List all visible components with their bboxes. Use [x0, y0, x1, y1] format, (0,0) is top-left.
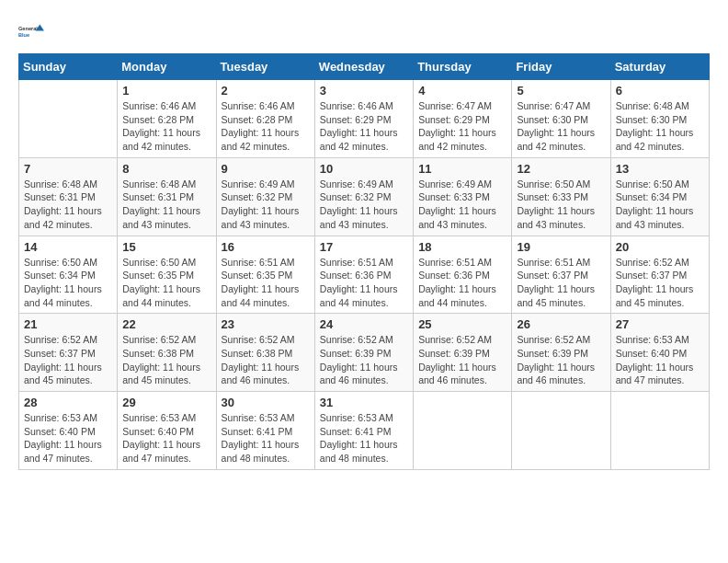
- day-number: 12: [517, 162, 605, 176]
- day-info: Sunrise: 6:46 AMSunset: 6:28 PMDaylight:…: [222, 99, 310, 154]
- day-info: Sunrise: 6:48 AMSunset: 6:30 PMDaylight:…: [616, 99, 704, 154]
- calendar-day-cell: 9Sunrise: 6:49 AMSunset: 6:32 PMDaylight…: [216, 157, 314, 236]
- day-number: 20: [616, 240, 704, 254]
- day-info: Sunrise: 6:46 AMSunset: 6:28 PMDaylight:…: [122, 99, 210, 154]
- calendar-day-cell: 17Sunrise: 6:51 AMSunset: 6:36 PMDayligh…: [314, 236, 413, 314]
- day-info: Sunrise: 6:49 AMSunset: 6:32 PMDaylight:…: [222, 178, 310, 232]
- weekday-header-friday: Friday: [512, 54, 610, 80]
- calendar-day-cell: 2Sunrise: 6:46 AMSunset: 6:28 PMDaylight…: [216, 80, 314, 158]
- day-number: 25: [418, 317, 506, 331]
- calendar-day-cell: 24Sunrise: 6:52 AMSunset: 6:39 PMDayligh…: [314, 314, 413, 392]
- day-number: 29: [122, 396, 210, 409]
- weekday-header-monday: Monday: [118, 54, 216, 80]
- svg-text:General: General: [18, 26, 38, 31]
- day-info: Sunrise: 6:49 AMSunset: 6:32 PMDaylight:…: [320, 178, 408, 232]
- calendar-day-cell: 7Sunrise: 6:48 AMSunset: 6:31 PMDaylight…: [19, 157, 118, 236]
- day-info: Sunrise: 6:51 AMSunset: 6:35 PMDaylight:…: [222, 256, 310, 310]
- calendar-table: SundayMondayTuesdayWednesdayThursdayFrid…: [18, 53, 710, 470]
- calendar-day-cell: 22Sunrise: 6:52 AMSunset: 6:38 PMDayligh…: [118, 314, 216, 392]
- day-info: Sunrise: 6:51 AMSunset: 6:36 PMDaylight:…: [418, 256, 506, 310]
- calendar-day-cell: 26Sunrise: 6:52 AMSunset: 6:39 PMDayligh…: [512, 314, 610, 392]
- day-number: 6: [616, 84, 704, 98]
- day-number: 3: [320, 84, 408, 98]
- calendar-day-cell: [19, 80, 118, 158]
- svg-text:Blue: Blue: [18, 32, 29, 38]
- day-number: 10: [320, 162, 408, 176]
- day-info: Sunrise: 6:51 AMSunset: 6:37 PMDaylight:…: [517, 256, 605, 310]
- calendar-body: 1Sunrise: 6:46 AMSunset: 6:28 PMDaylight…: [19, 80, 710, 470]
- day-number: 14: [24, 240, 112, 254]
- calendar-day-cell: 12Sunrise: 6:50 AMSunset: 6:33 PMDayligh…: [512, 157, 610, 236]
- day-number: 11: [418, 162, 506, 176]
- calendar-day-cell: 4Sunrise: 6:47 AMSunset: 6:29 PMDaylight…: [414, 80, 512, 158]
- day-number: 21: [24, 317, 112, 331]
- day-info: Sunrise: 6:50 AMSunset: 6:34 PMDaylight:…: [24, 256, 112, 310]
- calendar-day-cell: [512, 392, 610, 470]
- calendar-day-cell: 5Sunrise: 6:47 AMSunset: 6:30 PMDaylight…: [512, 80, 610, 158]
- day-info: Sunrise: 6:53 AMSunset: 6:40 PMDaylight:…: [24, 411, 112, 465]
- calendar-day-cell: 27Sunrise: 6:53 AMSunset: 6:40 PMDayligh…: [610, 314, 709, 392]
- day-info: Sunrise: 6:50 AMSunset: 6:35 PMDaylight:…: [122, 256, 210, 310]
- weekday-header-row: SundayMondayTuesdayWednesdayThursdayFrid…: [19, 54, 710, 80]
- day-number: 19: [517, 240, 605, 254]
- calendar-day-cell: 11Sunrise: 6:49 AMSunset: 6:33 PMDayligh…: [414, 157, 512, 236]
- day-number: 22: [122, 317, 210, 331]
- day-number: 4: [418, 84, 506, 98]
- calendar-day-cell: 31Sunrise: 6:53 AMSunset: 6:41 PMDayligh…: [314, 392, 413, 470]
- day-info: Sunrise: 6:49 AMSunset: 6:33 PMDaylight:…: [418, 178, 506, 232]
- day-number: 28: [24, 396, 112, 409]
- calendar-day-cell: 8Sunrise: 6:48 AMSunset: 6:31 PMDaylight…: [118, 157, 216, 236]
- day-number: 7: [24, 162, 112, 176]
- day-number: 5: [517, 84, 605, 98]
- calendar-day-cell: 20Sunrise: 6:52 AMSunset: 6:37 PMDayligh…: [610, 236, 709, 314]
- day-number: 15: [122, 240, 210, 254]
- day-info: Sunrise: 6:51 AMSunset: 6:36 PMDaylight:…: [320, 256, 408, 310]
- day-info: Sunrise: 6:52 AMSunset: 6:39 PMDaylight:…: [320, 333, 408, 387]
- day-info: Sunrise: 6:52 AMSunset: 6:39 PMDaylight:…: [418, 333, 506, 387]
- day-info: Sunrise: 6:52 AMSunset: 6:37 PMDaylight:…: [24, 333, 112, 387]
- day-number: 16: [222, 240, 310, 254]
- calendar-week-row: 21Sunrise: 6:52 AMSunset: 6:37 PMDayligh…: [19, 314, 710, 392]
- calendar-day-cell: 21Sunrise: 6:52 AMSunset: 6:37 PMDayligh…: [19, 314, 118, 392]
- calendar-day-cell: 25Sunrise: 6:52 AMSunset: 6:39 PMDayligh…: [414, 314, 512, 392]
- calendar-day-cell: 18Sunrise: 6:51 AMSunset: 6:36 PMDayligh…: [414, 236, 512, 314]
- calendar-day-cell: 16Sunrise: 6:51 AMSunset: 6:35 PMDayligh…: [216, 236, 314, 314]
- day-number: 18: [418, 240, 506, 254]
- weekday-header-sunday: Sunday: [19, 54, 118, 80]
- day-info: Sunrise: 6:47 AMSunset: 6:29 PMDaylight:…: [418, 99, 506, 154]
- calendar-day-cell: [414, 392, 512, 470]
- calendar-day-cell: [610, 392, 709, 470]
- day-info: Sunrise: 6:50 AMSunset: 6:34 PMDaylight:…: [616, 178, 704, 232]
- day-info: Sunrise: 6:48 AMSunset: 6:31 PMDaylight:…: [122, 178, 210, 232]
- day-info: Sunrise: 6:52 AMSunset: 6:38 PMDaylight:…: [222, 333, 310, 387]
- logo: GeneralBlue: [18, 18, 44, 44]
- calendar-day-cell: 28Sunrise: 6:53 AMSunset: 6:40 PMDayligh…: [19, 392, 118, 470]
- day-number: 30: [222, 396, 310, 409]
- day-number: 2: [222, 84, 310, 98]
- calendar-day-cell: 30Sunrise: 6:53 AMSunset: 6:41 PMDayligh…: [216, 392, 314, 470]
- calendar-day-cell: 13Sunrise: 6:50 AMSunset: 6:34 PMDayligh…: [610, 157, 709, 236]
- calendar-week-row: 7Sunrise: 6:48 AMSunset: 6:31 PMDaylight…: [19, 157, 710, 236]
- day-info: Sunrise: 6:46 AMSunset: 6:29 PMDaylight:…: [320, 99, 408, 154]
- weekday-header-thursday: Thursday: [414, 54, 512, 80]
- weekday-header-wednesday: Wednesday: [314, 54, 413, 80]
- day-info: Sunrise: 6:50 AMSunset: 6:33 PMDaylight:…: [517, 178, 605, 232]
- weekday-header-tuesday: Tuesday: [216, 54, 314, 80]
- day-info: Sunrise: 6:53 AMSunset: 6:40 PMDaylight:…: [122, 411, 210, 465]
- weekday-header-saturday: Saturday: [610, 54, 709, 80]
- day-info: Sunrise: 6:48 AMSunset: 6:31 PMDaylight:…: [24, 178, 112, 232]
- day-info: Sunrise: 6:53 AMSunset: 6:41 PMDaylight:…: [222, 411, 310, 465]
- day-number: 23: [222, 317, 310, 331]
- day-number: 13: [616, 162, 704, 176]
- day-info: Sunrise: 6:53 AMSunset: 6:40 PMDaylight:…: [616, 333, 704, 387]
- calendar-day-cell: 10Sunrise: 6:49 AMSunset: 6:32 PMDayligh…: [314, 157, 413, 236]
- calendar-day-cell: 6Sunrise: 6:48 AMSunset: 6:30 PMDaylight…: [610, 80, 709, 158]
- calendar-day-cell: 19Sunrise: 6:51 AMSunset: 6:37 PMDayligh…: [512, 236, 610, 314]
- calendar-day-cell: 29Sunrise: 6:53 AMSunset: 6:40 PMDayligh…: [118, 392, 216, 470]
- generalblue-logo-icon: GeneralBlue: [18, 18, 44, 44]
- day-info: Sunrise: 6:52 AMSunset: 6:37 PMDaylight:…: [616, 256, 704, 310]
- calendar-week-row: 1Sunrise: 6:46 AMSunset: 6:28 PMDaylight…: [19, 80, 710, 158]
- calendar-day-cell: 15Sunrise: 6:50 AMSunset: 6:35 PMDayligh…: [118, 236, 216, 314]
- day-info: Sunrise: 6:52 AMSunset: 6:39 PMDaylight:…: [517, 333, 605, 387]
- day-info: Sunrise: 6:53 AMSunset: 6:41 PMDaylight:…: [320, 411, 408, 465]
